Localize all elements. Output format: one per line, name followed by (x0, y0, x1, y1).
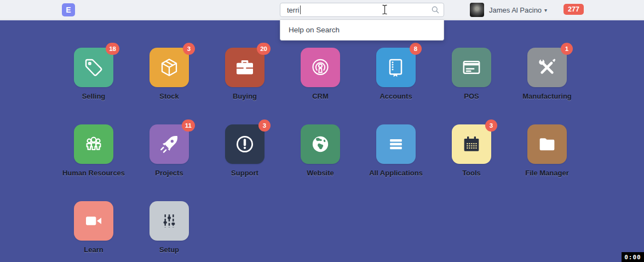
app-shortcut-learn[interactable]: Learn (56, 201, 131, 262)
file-manager-tile[interactable] (527, 124, 567, 164)
app-label: Stock (159, 92, 179, 100)
app-label: Learn (84, 246, 103, 254)
app-shortcut-human-resources[interactable]: Human Resources (56, 124, 131, 201)
chevron-down-icon: ▾ (544, 7, 547, 13)
tag-icon (83, 56, 105, 78)
ledger-book-icon (385, 56, 407, 78)
human-resources-tile[interactable] (74, 124, 113, 164)
learn-tile[interactable] (74, 201, 113, 241)
alert-circle-icon (234, 133, 256, 155)
website-tile[interactable] (301, 124, 340, 164)
app-shortcut-crm[interactable]: CRM (283, 48, 358, 124)
manufacturing-tile[interactable]: 1 (527, 48, 567, 87)
app-label: Setup (159, 246, 179, 254)
app-shortcut-accounts[interactable]: 8 Accounts (358, 48, 434, 124)
app-label: Selling (82, 92, 106, 100)
notification-badge: 3 (183, 43, 195, 55)
pos-tile[interactable] (452, 48, 491, 87)
app-label: Website (307, 169, 334, 177)
buying-tile[interactable]: 20 (225, 48, 264, 87)
erpnext-desk-page: E James Al Pacino ▾ 277 Help on Search (0, 0, 644, 262)
app-shortcut-website[interactable]: Website (283, 124, 358, 201)
notification-badge: 18 (106, 43, 119, 55)
rocket-icon (158, 133, 180, 155)
app-label: All Applications (369, 169, 423, 177)
app-shortcut-stock[interactable]: 3 Stock (131, 48, 207, 124)
app-label: Accounts (380, 92, 412, 100)
user-menu[interactable]: James Al Pacino ▾ (470, 0, 547, 20)
search-input[interactable] (280, 3, 444, 17)
app-shortcut-pos[interactable]: POS (434, 48, 509, 124)
video-camera-icon (83, 210, 105, 232)
app-label: Buying (233, 92, 257, 100)
desk-area: 18 Selling 3 Sto (0, 20, 644, 262)
briefcase-icon (234, 56, 256, 78)
app-shortcut-selling[interactable]: 18 Selling (56, 48, 131, 124)
app-shortcut-tools[interactable]: 3 Tools (434, 124, 509, 201)
people-group-icon (83, 133, 105, 155)
app-shortcut-manufacturing[interactable]: 1 Manufacturing (509, 48, 585, 124)
notification-badge: 1 (561, 43, 573, 55)
user-avatar[interactable] (470, 3, 484, 17)
accounts-tile[interactable]: 8 (376, 48, 416, 87)
setup-tile[interactable] (150, 201, 189, 241)
globe-icon (309, 133, 331, 155)
search-suggestions-dropdown: Help on Search (280, 20, 444, 41)
app-logo[interactable]: E (62, 3, 75, 16)
box-icon (158, 56, 180, 78)
projects-tile[interactable]: 11 (150, 124, 189, 164)
search-icon[interactable] (431, 5, 440, 14)
text-caret (300, 5, 301, 14)
app-label: Projects (155, 169, 183, 177)
app-label: CRM (312, 92, 329, 100)
calendar-icon (461, 133, 482, 155)
app-label: Manufacturing (522, 92, 572, 100)
notification-badge: 11 (182, 119, 195, 132)
app-shortcut-projects[interactable]: 11 Projects (131, 124, 207, 201)
notification-badge: 8 (410, 43, 422, 55)
app-shortcut-all-applications[interactable]: All Applications (358, 124, 434, 201)
app-shortcut-buying[interactable]: 20 Buying (207, 48, 283, 124)
crm-tile[interactable] (301, 48, 340, 87)
recording-timer: 0:00 (622, 252, 644, 262)
menu-icon (385, 133, 407, 155)
podcast-icon (309, 56, 331, 78)
card-icon (461, 56, 482, 78)
wrench-screwdriver-icon (536, 56, 558, 78)
app-shortcut-setup[interactable]: Setup (131, 201, 207, 262)
notification-count-badge[interactable]: 277 (564, 4, 584, 15)
notification-badge: 3 (485, 119, 497, 132)
app-grid: 18 Selling 3 Sto (56, 48, 585, 262)
app-shortcut-file-manager[interactable]: File Manager (509, 124, 585, 201)
tools-tile[interactable]: 3 (452, 124, 491, 164)
all-applications-tile[interactable] (376, 124, 416, 164)
stock-tile[interactable]: 3 (150, 48, 189, 87)
notification-badge: 20 (257, 43, 271, 55)
selling-tile[interactable]: 18 (74, 48, 113, 87)
app-label: Support (231, 169, 258, 177)
app-label: Tools (462, 169, 481, 177)
topbar: E James Al Pacino ▾ 277 (0, 0, 644, 20)
app-shortcut-support[interactable]: 3 Support (207, 124, 283, 201)
folder-icon (536, 133, 558, 155)
notification-badge: 3 (258, 119, 271, 132)
user-name[interactable]: James Al Pacino (489, 6, 542, 14)
search-suggestion-help-on-search[interactable]: Help on Search (280, 20, 444, 40)
sliders-icon (158, 210, 180, 232)
support-tile[interactable]: 3 (225, 124, 264, 164)
app-label: POS (464, 92, 479, 100)
app-label: File Manager (525, 169, 568, 177)
app-label: Human Resources (62, 169, 125, 177)
